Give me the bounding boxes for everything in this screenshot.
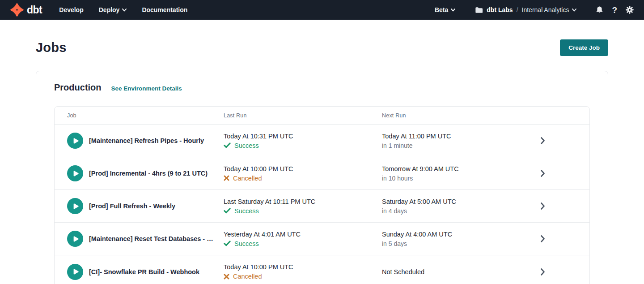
next-run-time: Sunday At 4:00 AM UTC [382,231,515,238]
next-run-relative: in 1 minute [382,142,515,149]
breadcrumb: dbt Labs / Internal Analytics [475,6,576,13]
environment-title: Production [54,82,102,93]
chevron-right-icon [541,137,545,144]
x-icon [224,175,229,181]
next-run-time: Today At 11:00 PM UTC [382,133,515,140]
row-open-target[interactable] [515,170,589,177]
last-run-time: Yesterday At 4:01 AM UTC [224,231,382,238]
column-header-last-run: Last Run [224,112,382,119]
status-label: Cancelled [233,175,262,182]
table-row[interactable]: [Prod] Full Refresh - Weekly Last Saturd… [55,190,589,223]
settings-gear-icon[interactable] [625,5,634,14]
jobs-table: Job Last Run Next Run [Maintenance] Refr… [54,106,590,284]
chevron-right-icon [541,268,545,275]
last-run-time: Last Saturday At 10:11 PM UTC [224,198,382,205]
last-run-time: Today At 10:31 PM UTC [224,133,382,140]
next-run-relative: in 5 days [382,240,515,247]
next-run-relative: in 10 hours [382,175,515,182]
table-row[interactable]: [Maintenance] Reset Test Databases - W… … [55,223,589,255]
environment-card: Production See Environment Details Job L… [36,71,608,284]
row-open-target[interactable] [515,268,589,275]
row-open-target[interactable] [515,235,589,242]
row-open-target[interactable] [515,202,589,210]
status: Success [224,142,382,149]
run-job-play-button[interactable] [67,198,83,214]
page-header: Jobs Create Job [0,39,644,56]
help-icon[interactable]: ? [612,6,617,14]
see-environment-details-link[interactable]: See Environment Details [111,85,182,92]
status: Success [224,207,382,215]
chevron-down-icon [122,9,127,12]
chevron-down-icon [572,9,576,12]
run-job-play-button[interactable] [67,133,83,149]
chevron-right-icon [541,170,545,177]
nav-item-deploy[interactable]: Deploy [99,6,127,13]
dbt-logo-icon [10,3,24,17]
table-header-row: Job Last Run Next Run [55,107,589,125]
row-open-target[interactable] [515,137,589,144]
run-job-play-button[interactable] [67,231,83,247]
run-job-play-button[interactable] [67,264,83,280]
status-label: Success [234,207,259,215]
notifications-bell-icon[interactable] [595,5,604,14]
job-table-body: [Maintenance] Refresh Pipes - Hourly Tod… [55,125,589,284]
table-row[interactable]: [CI]- Snowflake PR Build - Webhook Today… [55,255,589,284]
chevron-down-icon [451,9,455,12]
dbt-logo[interactable]: dbt [10,3,42,17]
breadcrumb-separator: / [517,6,518,13]
last-run-time: Today At 10:00 PM UTC [224,263,382,271]
chevron-right-icon [541,202,545,210]
last-run-time: Today At 10:00 PM UTC [224,165,382,172]
check-icon [224,208,231,214]
next-run-time: Tomorrow At 9:00 AM UTC [382,165,515,172]
x-icon [224,274,229,280]
chevron-right-icon [541,235,545,242]
next-run-time: Saturday At 5:00 AM UTC [382,198,515,205]
dbt-logo-text: dbt [27,4,42,16]
table-row[interactable]: [Maintenance] Refresh Pipes - Hourly Tod… [55,125,589,157]
column-header-next-run: Next Run [382,112,515,119]
status: Cancelled [224,273,382,280]
check-icon [224,142,231,148]
job-name[interactable]: [Prod] Incremental - 4hrs (9 to 21 UTC) [89,170,216,177]
job-name[interactable]: [Prod] Full Refresh - Weekly [89,202,184,210]
run-job-play-button[interactable] [67,165,83,181]
job-name[interactable]: [CI]- Snowflake PR Build - Webhook [89,268,208,275]
beta-dropdown[interactable]: Beta [435,6,455,13]
breadcrumb-account[interactable]: dbt Labs [487,6,513,13]
create-job-button[interactable]: Create Job [560,39,608,56]
check-icon [224,241,231,246]
status-label: Success [234,142,259,149]
job-name[interactable]: [Maintenance] Refresh Pipes - Hourly [89,137,213,144]
status: Success [224,240,382,247]
next-run-relative: in 4 days [382,207,515,215]
breadcrumb-project-dropdown[interactable]: Internal Analytics [522,6,577,13]
page-title: Jobs [36,40,67,55]
nav-item-develop[interactable]: Develop [59,6,83,13]
nav-item-documentation[interactable]: Documentation [142,6,187,13]
table-row[interactable]: [Prod] Incremental - 4hrs (9 to 21 UTC) … [55,157,589,190]
status-label: Success [234,240,259,247]
column-header-job: Job [55,112,224,119]
status-label: Cancelled [233,273,262,280]
folder-icon [475,7,483,13]
top-navbar: dbt Develop Deploy Documentation Beta db… [0,0,644,20]
status: Cancelled [224,175,382,182]
job-name[interactable]: [Maintenance] Reset Test Databases - W… [89,235,224,242]
next-run-time: Not Scheduled [382,268,515,275]
